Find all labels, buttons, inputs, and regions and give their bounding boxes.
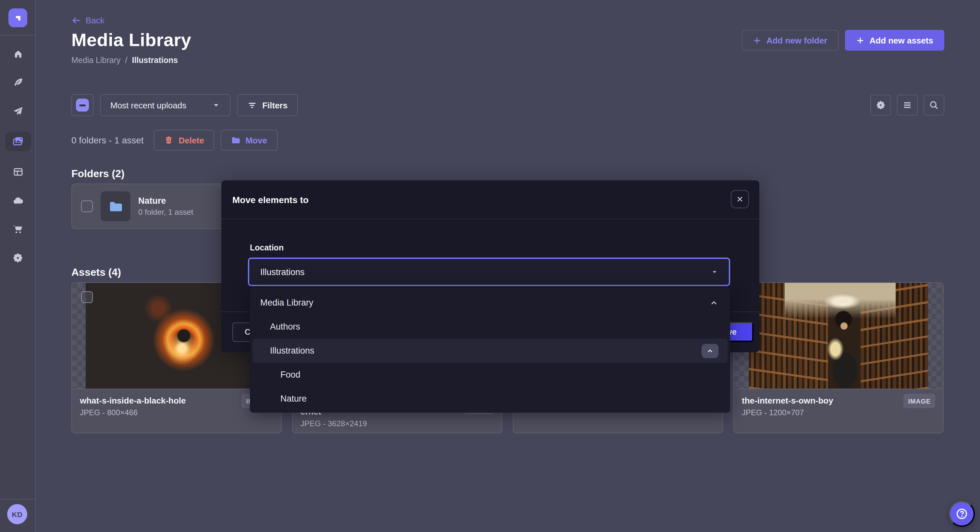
option-authors[interactable]: Authors: [253, 314, 727, 339]
option-nature[interactable]: Nature: [253, 387, 727, 411]
folder-icon: [231, 136, 240, 145]
list-view-icon[interactable]: [897, 95, 918, 116]
back-link[interactable]: Back: [72, 16, 105, 25]
modal-title: Move elements to: [232, 180, 309, 219]
move-button[interactable]: Move: [221, 130, 277, 151]
filter-icon: [247, 100, 257, 110]
selection-summary: 0 folders - 1 asset: [72, 135, 144, 145]
sort-dropdown[interactable]: Most recent uploads: [100, 94, 231, 116]
add-new-assets-label: Add new assets: [869, 35, 933, 45]
option-media-library[interactable]: Media Library: [253, 291, 727, 314]
close-icon[interactable]: [731, 190, 749, 208]
avatar[interactable]: KD: [7, 504, 27, 524]
filters-label: Filters: [262, 100, 288, 110]
asset-size: JPEG - 1200×707: [742, 408, 935, 417]
folder-thumbnail: [100, 191, 130, 221]
layout-icon[interactable]: [5, 164, 31, 180]
sidebar-divider-top: [0, 35, 36, 36]
location-dropdown-panel: Media Library Authors Illustrations Food…: [250, 287, 730, 413]
option-label: Food: [280, 370, 301, 380]
header-actions: Add new folder Add new assets: [742, 30, 944, 51]
folder-info: Nature 0 folder, 1 asset: [138, 196, 193, 217]
media-library-app: KD Back Media Library Add new folder Add…: [0, 0, 980, 532]
option-label: Authors: [270, 322, 300, 332]
question-icon: [955, 507, 968, 520]
delete-label: Delete: [179, 135, 204, 145]
folder-title: Nature: [138, 196, 193, 206]
asset-thumbnail: [734, 283, 943, 389]
settings-gear-icon[interactable]: [870, 95, 891, 116]
selection-bar: 0 folders - 1 asset Delete Move: [72, 130, 944, 151]
images-icon[interactable]: [5, 132, 31, 151]
asset-size: JPEG - 800×466: [80, 408, 273, 417]
sidebar-nav: [0, 46, 36, 265]
modal-header: Move elements to: [221, 180, 759, 219]
page-title: Media Library: [72, 30, 191, 51]
location-select-value: Illustrations: [260, 267, 305, 277]
filters-button[interactable]: Filters: [237, 94, 298, 116]
back-label: Back: [86, 16, 105, 25]
plus-icon: [856, 36, 864, 44]
add-new-folder-label: Add new folder: [767, 35, 827, 45]
breadcrumb: Media Library / Illustrations: [72, 56, 944, 65]
location-label: Location: [250, 243, 284, 253]
collapse-chevron-button[interactable]: [702, 343, 718, 358]
sort-value: Most recent uploads: [110, 100, 186, 110]
help-button[interactable]: [949, 501, 975, 527]
add-new-folder-button[interactable]: Add new folder: [742, 30, 838, 51]
option-food[interactable]: Food: [253, 363, 727, 387]
person-art: [817, 306, 871, 389]
plus-icon: [753, 36, 761, 44]
cart-icon[interactable]: [5, 221, 31, 237]
asset-checkbox[interactable]: [81, 291, 93, 303]
breadcrumb-separator: /: [125, 56, 127, 65]
asset-info: the-internet-s-own-boy JPEG - 1200×707 I…: [734, 389, 943, 417]
chevron-up-icon[interactable]: [710, 298, 718, 307]
indeterminate-check-icon: [76, 98, 89, 111]
trash-icon: [164, 136, 173, 145]
sidebar: KD: [0, 0, 36, 532]
folder-checkbox[interactable]: [81, 200, 93, 212]
option-label: Nature: [280, 394, 307, 403]
paper-plane-icon[interactable]: [5, 103, 31, 119]
breadcrumb-parent[interactable]: Media Library: [72, 56, 120, 65]
toolbar: Most recent uploads Filters: [72, 94, 944, 116]
folders-heading: Folders (2): [72, 168, 944, 180]
back-arrow-icon: [72, 16, 81, 25]
folder-blue-icon: [108, 199, 123, 213]
sidebar-divider-bottom: [0, 499, 36, 500]
asset-type-badge: IMAGE: [904, 394, 935, 408]
option-label: Illustrations: [270, 346, 315, 356]
option-illustrations[interactable]: Illustrations: [253, 339, 727, 363]
library-image: [749, 283, 928, 389]
search-icon[interactable]: [924, 95, 944, 116]
view-controls: [870, 95, 944, 116]
strapi-logo-icon[interactable]: [8, 8, 27, 27]
location-select[interactable]: Illustrations: [248, 257, 730, 286]
asset-card-internets-own-boy[interactable]: the-internet-s-own-boy JPEG - 1200×707 I…: [733, 282, 943, 434]
home-icon[interactable]: [5, 46, 31, 62]
caret-down-icon: [711, 268, 718, 275]
folder-subtitle: 0 folder, 1 asset: [138, 208, 193, 217]
asset-size: JPEG - 3628×2419: [301, 419, 494, 428]
cloud-icon[interactable]: [5, 193, 31, 208]
select-all-checkbox[interactable]: [72, 94, 94, 116]
breadcrumb-current: Illustrations: [132, 56, 178, 65]
move-label: Move: [246, 135, 267, 145]
option-label: Media Library: [260, 298, 313, 308]
caret-down-icon: [212, 101, 220, 109]
gear-icon[interactable]: [5, 250, 31, 265]
feather-icon[interactable]: [5, 75, 31, 90]
add-new-assets-button[interactable]: Add new assets: [845, 30, 944, 51]
delete-button[interactable]: Delete: [154, 130, 215, 151]
